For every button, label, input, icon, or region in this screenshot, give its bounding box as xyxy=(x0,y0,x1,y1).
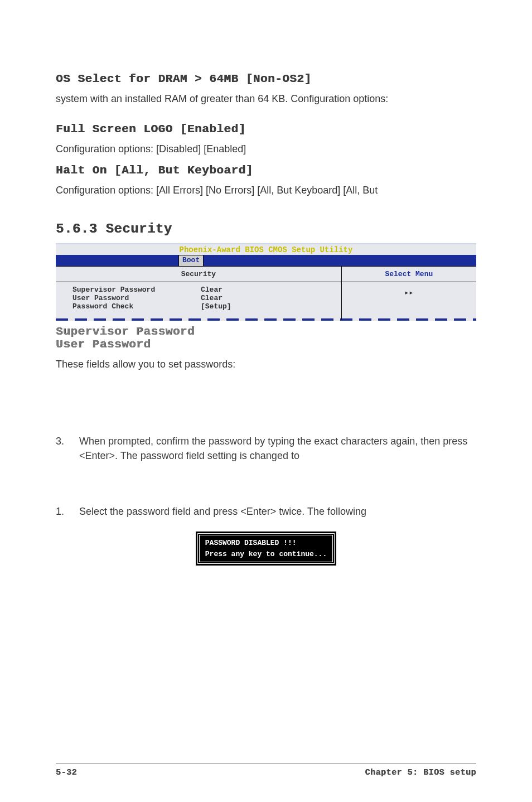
paragraph: Configuration options: [Disabled] [Enabl… xyxy=(56,142,476,156)
bios-tab-boot: Boot xyxy=(178,255,204,266)
bios-right-panel: Select Menu ▸▸ xyxy=(342,267,476,320)
paragraph: system with an installed RAM of greater … xyxy=(56,92,476,106)
bios-right-header: Select Menu xyxy=(342,267,476,282)
bios-title: Phoenix-Award BIOS CMOS Setup Utility xyxy=(56,244,476,254)
bios-row-label: User Password xyxy=(72,294,201,302)
bios-row: Password Check [Setup] xyxy=(72,302,341,311)
bios-right-arrow-icon: ▸▸ xyxy=(342,282,476,297)
bios-body: Security Supervisor Password Clear User … xyxy=(56,266,476,320)
bios-row: User Password Clear xyxy=(72,294,341,302)
bios-left-header: Security xyxy=(56,267,341,282)
terminal-line: PASSWORD DISABLED !!! xyxy=(205,538,327,549)
heading-halt-on: Halt On [All, But Keyboard] xyxy=(56,164,476,177)
paragraph: These fields allow you to set passwords: xyxy=(56,357,476,371)
list-number: 3. xyxy=(56,434,79,463)
paragraph: Configuration options: [All Errors] [No … xyxy=(56,183,476,197)
list-item: 1. Select the password field and press <… xyxy=(56,504,476,519)
subheading-supervisor-password: Supervisor Password xyxy=(56,325,476,338)
terminal-line: Press any key to continue... xyxy=(205,549,327,560)
list-text: Select the password field and press <Ent… xyxy=(79,504,476,519)
bios-row-label: Password Check xyxy=(72,302,201,311)
bios-row-value: Clear xyxy=(201,286,223,294)
terminal-box: PASSWORD DISABLED !!! Press any key to c… xyxy=(197,533,335,564)
bios-rows: Supervisor Password Clear User Password … xyxy=(56,282,341,320)
bios-row-value: [Setup] xyxy=(201,302,231,311)
section-heading-security: 5.6.3 Security xyxy=(56,221,476,236)
bios-left-panel: Security Supervisor Password Clear User … xyxy=(56,267,342,320)
subheading-user-password: User Password xyxy=(56,338,476,351)
bios-screenshot: Phoenix-Award BIOS CMOS Setup Utility Bo… xyxy=(56,243,476,321)
page-number: 5-32 xyxy=(56,768,77,777)
heading-os-select: OS Select for DRAM > 64MB [Non-OS2] xyxy=(56,73,476,85)
bios-row: Supervisor Password Clear xyxy=(72,286,341,294)
bios-row-label: Supervisor Password xyxy=(72,286,201,294)
chapter-label: Chapter 5: BIOS setup xyxy=(365,768,476,777)
list-number: 1. xyxy=(56,504,79,519)
bios-row-value: Clear xyxy=(201,294,223,302)
page-footer: 5-32 Chapter 5: BIOS setup xyxy=(56,763,476,777)
list-item: 3. When prompted, confirm the password b… xyxy=(56,434,476,463)
heading-full-screen-logo: Full Screen LOGO [Enabled] xyxy=(56,123,476,136)
list-text: When prompted, confirm the password by t… xyxy=(79,434,476,463)
terminal-box-wrap: PASSWORD DISABLED !!! Press any key to c… xyxy=(56,533,476,564)
bios-tab-bar: Boot xyxy=(56,255,476,266)
